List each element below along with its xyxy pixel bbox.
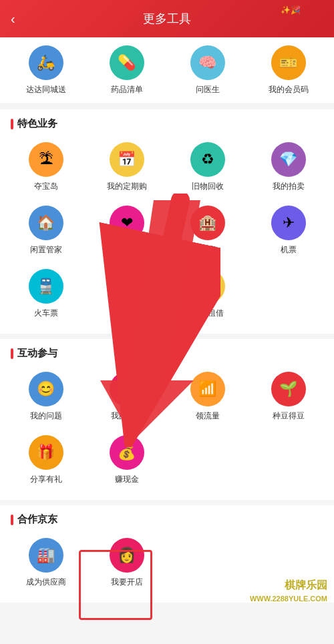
grid-label: 我的定期购 [107, 181, 147, 192]
quick-icon: 🧠 [190, 45, 225, 80]
grid-icon: 🌱 [271, 372, 306, 406]
section-header: 合作京东 [0, 505, 334, 531]
grid-icon: ♻ [190, 142, 225, 177]
grid-label: 赚现金 [115, 474, 139, 485]
grid-icon: 💎 [271, 142, 306, 177]
grid-label: 夺宝岛 [34, 181, 58, 192]
grid-item[interactable]: 👩 我要开店 [86, 531, 167, 595]
grid-icon: 🏠 [29, 206, 63, 240]
quick-icon: 🎫 [271, 45, 306, 80]
section-title: 特色业务 [17, 117, 57, 130]
section: 特色业务 🏝 夺宝岛 📅 我的定期购 ♻ 旧物回收 💎 我的拍卖 🏠 闲置管家 … [0, 109, 334, 334]
grid-item[interactable]: 🚆 火车票 [5, 262, 86, 326]
grid-icon: 👩 [110, 538, 144, 573]
grid-item[interactable]: 📶 领流量 [167, 365, 248, 428]
grid-label: 我要开店 [111, 577, 143, 588]
grid-icon: 🚆 [29, 269, 63, 304]
app-header: ‹ 更多工具 ✨🎉 [0, 0, 334, 37]
grid-icon: 😊 [29, 372, 63, 406]
section-header: 特色业务 [0, 109, 334, 135]
grid-label: 领流量 [196, 410, 220, 422]
grid-item[interactable]: 🏡 免押租借 [167, 262, 248, 326]
grid-icon: 🏭 [29, 538, 63, 573]
grid-label: 免押租借 [192, 308, 224, 319]
grid-item[interactable]: 🌱 种豆得豆 [248, 365, 329, 428]
quick-label: 达达同城送 [26, 84, 66, 95]
grid-item[interactable]: 🎬 电影票 [86, 262, 167, 326]
grid-icon: 🏡 [190, 269, 225, 304]
grid-item[interactable]: 💎 我的拍卖 [248, 135, 329, 199]
grid-label: 酒店 [200, 244, 216, 256]
section-title: 合作京东 [17, 513, 57, 526]
section-bar [11, 119, 13, 129]
grid-icon: 📶 [190, 372, 225, 406]
quick-icon: 💊 [110, 45, 144, 80]
grid-item[interactable]: 😊 我的问题 [5, 365, 86, 428]
grid-icon: 📅 [110, 142, 144, 177]
watermark: 棋牌乐园 WWW.2288YULE.COM [250, 577, 327, 605]
grid-icon: 🏝 [29, 142, 63, 177]
header-title: 更多工具 [143, 11, 191, 27]
grid-icon: 🏨 [190, 206, 225, 240]
grid-item[interactable]: ♻ 旧物回收 [167, 135, 248, 199]
grid-label: 火车票 [34, 308, 58, 319]
quick-label: 药品清单 [111, 84, 143, 95]
section-header: 互动参与 [0, 339, 334, 365]
grid-label: 电影票 [115, 308, 139, 319]
section: 互动参与 😊 我的问题 ❤ 我的公益 📶 领流量 🌱 种豆得豆 🎁 分享有礼 💰… [0, 339, 334, 500]
section-bar [11, 515, 13, 525]
grid-item[interactable]: ❤ 我的公益 [86, 365, 167, 428]
grid-item[interactable]: 💰 赚现金 [86, 428, 167, 492]
grid-item[interactable]: 🎁 分享有礼 [5, 428, 86, 492]
quick-item[interactable]: 🛵 达达同城送 [10, 45, 81, 95]
grid-icon: ✈ [271, 206, 306, 240]
grid-item[interactable]: ❤ 京东会员 [86, 199, 167, 262]
grid-item[interactable]: 🏝 夺宝岛 [5, 135, 86, 199]
grid: 😊 我的问题 ❤ 我的公益 📶 领流量 🌱 种豆得豆 🎁 分享有礼 💰 赚现金 [0, 365, 334, 500]
back-button[interactable]: ‹ [11, 11, 15, 27]
grid-icon: ❤ [110, 206, 144, 240]
grid-icon: ❤ [110, 372, 144, 406]
grid-label: 分享有礼 [30, 474, 62, 485]
quick-access-row: 🛵 达达同城送 💊 药品清单 🧠 问医生 🎫 我的会员码 [0, 37, 334, 104]
grid-icon: 💰 [110, 435, 144, 470]
grid-label: 成为供应商 [26, 577, 66, 588]
grid-icon: 🎬 [110, 269, 144, 304]
grid-label: 种豆得豆 [273, 410, 305, 422]
section-bar [11, 348, 13, 359]
grid-item[interactable]: ✈ 机票 [248, 199, 329, 262]
grid-label: 我的公益 [111, 410, 143, 422]
quick-label: 我的会员码 [269, 84, 309, 95]
grid-label: 我的问题 [30, 410, 62, 422]
confetti-decoration: ✨🎉 [281, 5, 301, 15]
quick-item[interactable]: 🧠 问医生 [172, 45, 242, 95]
grid-label: 机票 [281, 244, 297, 256]
quick-icon: 🛵 [29, 45, 63, 80]
grid-label: 京东会员 [111, 244, 143, 256]
grid-item[interactable]: 🏨 酒店 [167, 199, 248, 262]
grid-item[interactable]: 🏠 闲置管家 [5, 199, 86, 262]
grid-label: 我的拍卖 [273, 181, 305, 192]
quick-label: 问医生 [196, 84, 220, 95]
grid-label: 闲置管家 [30, 244, 62, 256]
grid-item[interactable]: 🏭 成为供应商 [5, 531, 86, 595]
section-title: 互动参与 [17, 347, 57, 360]
quick-item[interactable]: 🎫 我的会员码 [253, 45, 323, 95]
grid-item[interactable]: 📅 我的定期购 [86, 135, 167, 199]
grid-label: 旧物回收 [192, 181, 224, 192]
grid: 🏝 夺宝岛 📅 我的定期购 ♻ 旧物回收 💎 我的拍卖 🏠 闲置管家 ❤ 京东会… [0, 135, 334, 334]
grid-icon: 🎁 [29, 435, 63, 470]
quick-item[interactable]: 💊 药品清单 [91, 45, 162, 95]
